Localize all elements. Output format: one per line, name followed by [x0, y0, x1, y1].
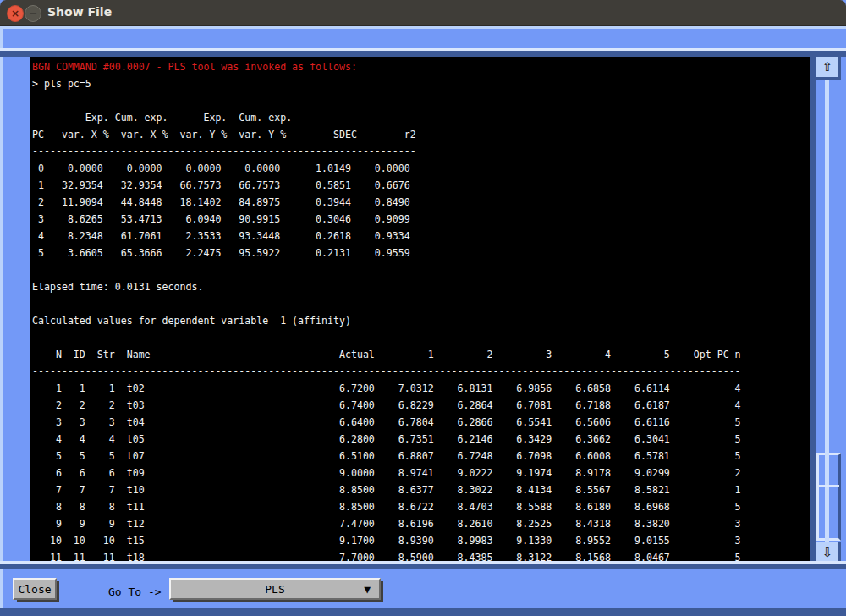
terminal-line: 3 3 3 t04 6.6400 6.7804 6.2866 6.5541 6.…	[32, 414, 810, 431]
terminal-line: 2 2 2 t03 6.7400 6.8229 6.2864 6.7081 6.…	[32, 397, 810, 414]
terminal-line: 4 4 4 t05 6.2800 6.7351 6.2146 6.3429 6.…	[32, 431, 810, 448]
terminal-line: ----------------------------------------…	[32, 143, 810, 160]
terminal-line: > pls pc=5	[32, 75, 810, 92]
terminal-line: ----------------------------------------…	[32, 329, 810, 346]
terminal-line: Exp. Cum. exp. Exp. Cum. exp.	[32, 109, 810, 126]
goto-dropdown[interactable]: PLS ▼	[169, 578, 381, 600]
terminal-line: 1 1 1 t02 6.7200 7.0312 6.8131 6.9856 6.…	[32, 380, 810, 397]
scroll-up-button[interactable]: ⇧	[816, 57, 841, 80]
up-arrow-icon: ⇧	[822, 61, 833, 74]
terminal-line: 0 0.0000 0.0000 0.0000 0.0000 1.0149 0.0…	[32, 160, 810, 177]
goto-label: Go To ->	[108, 586, 162, 598]
terminal-line: PC var. X % var. X % var. Y % var. Y % S…	[32, 126, 810, 143]
terminal-line: Elapsed time: 0.0131 seconds.	[32, 278, 810, 295]
terminal-line: 4 8.2348 61.7061 2.3533 93.3448 0.2618 0…	[32, 228, 810, 245]
terminal-line: 8 8 8 t11 8.8500 8.6722 8.4703 8.5588 8.…	[32, 498, 810, 515]
terminal-line: 10 10 10 t15 9.1700 8.9390 8.9983 9.1330…	[32, 532, 810, 549]
groove-shadow	[0, 564, 846, 569]
window-close-icon[interactable]: ×	[7, 5, 24, 22]
terminal-line: BGN COMMAND #00.0007 - PLS tool was invo…	[32, 58, 810, 75]
window-title: Show File	[47, 5, 112, 19]
terminal-line: 5 5 5 t07 6.5100 6.8807 6.7248 6.7098 6.…	[32, 448, 810, 465]
window-bottom-band	[0, 608, 846, 616]
terminal-line: N ID Str Name Actual 1 2 3 4 5 Opt PC n	[32, 346, 810, 363]
terminal-line	[32, 295, 810, 312]
terminal-line: Calculated values for dependent variable…	[32, 312, 810, 329]
terminal-line: 9 9 9 t12 7.4700 8.6196 8.2610 8.2525 8.…	[32, 515, 810, 532]
terminal-line	[32, 261, 810, 278]
terminal-line: ----------------------------------------…	[32, 363, 810, 380]
down-arrow-icon: ⇩	[822, 547, 833, 559]
terminal-output: BGN COMMAND #00.0007 - PLS tool was invo…	[30, 57, 810, 564]
panel-highlight-edge	[0, 26, 846, 29]
goto-dropdown-value: PLS	[265, 583, 284, 596]
terminal-line: 6 6 6 t09 9.0000 8.9741 9.0222 9.1974 8.…	[32, 465, 810, 481]
terminal-line	[32, 92, 810, 109]
show-file-window: { "window": { "title": "Show File", "clo…	[0, 0, 846, 616]
terminal-line: 3 8.6265 53.4713 6.0940 90.9915 0.3046 0…	[32, 211, 810, 228]
terminal-line: 1 32.9354 32.9354 66.7573 66.7573 0.5851…	[32, 177, 810, 194]
scroll-thumb-divider	[818, 485, 839, 487]
window-minimize-icon[interactable]: −	[25, 5, 41, 22]
window-titlebar: × − Show File	[0, 0, 846, 26]
close-button-label: Close	[18, 583, 51, 596]
terminal-line: 5 3.6605 65.3666 2.2475 95.5922 0.2131 0…	[32, 245, 810, 261]
scrollbar-highlight-stripe	[825, 80, 829, 542]
dropdown-arrow-icon: ▼	[364, 583, 371, 596]
groove-shadow	[810, 57, 816, 564]
close-button[interactable]: Close	[13, 578, 57, 600]
terminal-line: 7 7 7 t10 8.8500 8.6377 8.3022 8.4134 8.…	[32, 481, 810, 498]
panel-highlight-edge	[0, 26, 3, 616]
groove-shadow	[0, 51, 846, 57]
terminal-line: 2 11.9094 44.8448 18.1402 84.8975 0.3944…	[32, 194, 810, 211]
